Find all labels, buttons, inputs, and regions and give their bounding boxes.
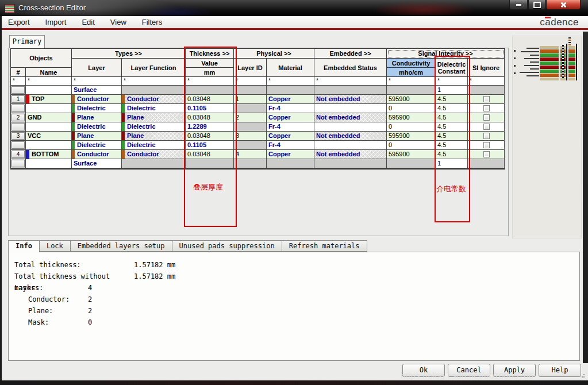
cell-conductivity[interactable]: 595900: [387, 150, 436, 159]
cell-embedded[interactable]: Not embedded: [314, 95, 387, 104]
cell-name[interactable]: [26, 122, 72, 132]
cell-material[interactable]: Fr-4: [267, 122, 314, 132]
cell-layer[interactable]: Dielectric: [72, 104, 122, 113]
si-ignore-checkbox[interactable]: [483, 151, 490, 157]
cell-num[interactable]: [11, 141, 26, 150]
cell-name[interactable]: [26, 104, 72, 113]
cell-material[interactable]: Copper: [267, 113, 314, 122]
filter-dielectric[interactable]: *: [436, 77, 468, 86]
cell-layer-id[interactable]: 3: [234, 132, 267, 141]
si-ignore-checkbox[interactable]: [483, 114, 490, 121]
menu-export[interactable]: Export: [8, 18, 30, 26]
cell-name[interactable]: BOTTOM: [26, 150, 72, 159]
cell-thickness[interactable]: 1.2289: [186, 122, 234, 132]
menu-view[interactable]: View: [110, 18, 126, 26]
group-signal-integrity[interactable]: Signal Integrity >>: [387, 49, 505, 59]
tab-lock[interactable]: Lock: [40, 240, 71, 252]
tab-embedded-layers-setup[interactable]: Embedded layers setup: [71, 240, 172, 252]
cell-conductivity[interactable]: 595900: [387, 95, 436, 104]
cell-num[interactable]: 3: [11, 132, 26, 141]
cell-layer-id[interactable]: 2: [234, 113, 267, 122]
menu-import[interactable]: Import: [45, 18, 67, 26]
cell-thickness[interactable]: 0.03048: [186, 113, 234, 122]
cell-layer[interactable]: Dielectric: [72, 122, 122, 132]
cell-material[interactable]: Copper: [267, 95, 314, 104]
close-button[interactable]: [546, 0, 581, 10]
group-thickness[interactable]: Thickness >>: [186, 49, 234, 59]
ok-button[interactable]: Ok: [402, 364, 445, 377]
cell-thickness[interactable]: 0.03048: [186, 95, 234, 104]
cell-layer[interactable]: Plane: [72, 113, 122, 122]
cell-dielectric[interactable]: 4.5: [436, 95, 468, 104]
filter-layer-function[interactable]: *: [122, 77, 186, 86]
cell-num[interactable]: 2: [11, 113, 26, 122]
cell-layer-function[interactable]: Plane: [122, 132, 186, 141]
si-ignore-checkbox[interactable]: [483, 96, 490, 102]
cell-embedded[interactable]: [314, 141, 387, 150]
cell-conductivity[interactable]: 595900: [387, 132, 436, 141]
filter-material[interactable]: *: [267, 77, 314, 86]
group-embedded[interactable]: Embedded >>: [314, 49, 387, 59]
cell-dielectric[interactable]: 4.5: [436, 122, 468, 132]
cell-dielectric[interactable]: 4.5: [436, 150, 468, 159]
cell-layer[interactable]: Plane: [72, 132, 122, 141]
tab-primary[interactable]: Primary: [9, 35, 45, 48]
cell-thickness[interactable]: 0.03048: [186, 132, 234, 141]
si-ignore-checkbox[interactable]: [483, 124, 490, 130]
cell-name[interactable]: [26, 159, 72, 168]
cell-embedded[interactable]: [314, 104, 387, 113]
apply-button[interactable]: Apply: [493, 364, 536, 377]
cell-layer[interactable]: Conductor: [72, 150, 122, 159]
filter-embedded[interactable]: *: [314, 77, 387, 86]
cell-conductivity[interactable]: 595900: [387, 113, 436, 122]
resize-grip[interactable]: [580, 374, 585, 379]
cell-thickness[interactable]: 0.1105: [186, 104, 234, 113]
help-button[interactable]: Help: [539, 364, 581, 377]
maximize-button[interactable]: [528, 0, 545, 10]
group-physical[interactable]: Physical >>: [234, 49, 314, 59]
tab-info[interactable]: Info: [8, 240, 40, 252]
filter-layer[interactable]: *: [72, 77, 122, 86]
cell-layer-function[interactable]: Conductor: [122, 95, 186, 104]
cell-material[interactable]: Copper: [267, 150, 314, 159]
filter-value[interactable]: *: [186, 77, 234, 86]
cell-material[interactable]: Fr-4: [267, 141, 314, 150]
cell-layer[interactable]: Surface: [72, 159, 122, 168]
tab-unused-pads-suppression[interactable]: Unused pads suppression: [172, 240, 282, 252]
cell-layer-function[interactable]: Plane: [122, 113, 186, 122]
cell-dielectric[interactable]: 1: [436, 86, 468, 95]
cell-material[interactable]: Copper: [267, 132, 314, 141]
cell-num[interactable]: [11, 122, 26, 132]
menu-filters[interactable]: Filters: [142, 18, 162, 26]
cell-name[interactable]: VCC: [26, 132, 72, 141]
cell-num[interactable]: [11, 104, 26, 113]
cell-conductivity[interactable]: 0: [387, 141, 436, 150]
cell-layer[interactable]: Surface: [72, 86, 122, 95]
cell-layer-id[interactable]: 1: [234, 95, 267, 104]
cell-layer[interactable]: Conductor: [72, 95, 122, 104]
cell-embedded[interactable]: Not embedded: [314, 113, 387, 122]
minimize-button[interactable]: [509, 0, 528, 10]
group-types[interactable]: Types >>: [72, 49, 186, 59]
cell-layer-function[interactable]: Dielectric: [122, 122, 186, 132]
cell-num[interactable]: 1: [11, 95, 26, 104]
cell-material[interactable]: Fr-4: [267, 104, 314, 113]
cell-name[interactable]: [26, 86, 72, 95]
cell-thickness[interactable]: 0.03048: [186, 150, 234, 159]
cell-name[interactable]: [26, 141, 72, 150]
filter-num[interactable]: *: [11, 77, 26, 86]
cell-conductivity[interactable]: 0: [387, 122, 436, 132]
filter-conductivity[interactable]: *: [387, 77, 436, 86]
tab-refresh-materials[interactable]: Refresh materials: [282, 240, 367, 252]
cell-name[interactable]: TOP: [26, 95, 72, 104]
cell-layer-id[interactable]: 4: [234, 150, 267, 159]
cell-layer[interactable]: Dielectric: [72, 141, 122, 150]
cell-dielectric[interactable]: 1: [436, 159, 468, 168]
si-ignore-checkbox[interactable]: [483, 142, 490, 148]
cell-dielectric[interactable]: 4.5: [436, 132, 468, 141]
si-ignore-checkbox[interactable]: [483, 105, 490, 111]
cell-conductivity[interactable]: 0: [387, 104, 436, 113]
cell-num[interactable]: 4: [11, 150, 26, 159]
cell-embedded[interactable]: [314, 122, 387, 132]
filter-si[interactable]: *: [468, 77, 505, 86]
